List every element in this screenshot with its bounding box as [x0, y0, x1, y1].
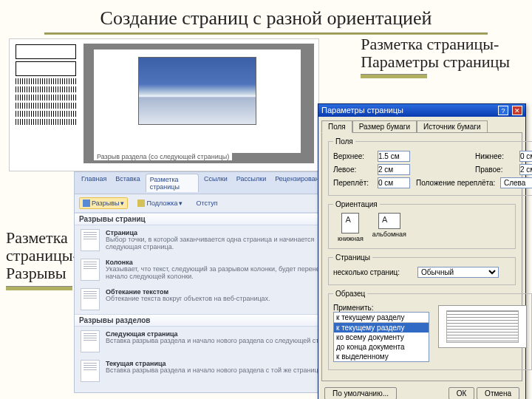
ribbon-tabs: Главная Вставка Разметка страницы Ссылки…	[75, 172, 354, 194]
bottom-margin-label: Нижнее:	[475, 152, 516, 160]
break-textwrap-icon	[81, 288, 100, 310]
dialog-title: Параметры страницы	[321, 106, 403, 115]
break-page[interactable]: СтраницаВыбор точки, в которой заканчива…	[75, 225, 354, 255]
apply-opt-whole[interactable]: ко всему документу	[334, 332, 429, 342]
landscape-icon	[378, 213, 400, 229]
gutter-field[interactable]	[378, 177, 410, 188]
apply-opt-selection[interactable]: к выделенному	[334, 352, 429, 361]
break-next-page[interactable]: Следующая страницаВставка разрыва раздел…	[75, 327, 354, 356]
preview-group: Образец Применить: к текущему разделу к …	[328, 290, 532, 370]
break-next-page-icon	[81, 330, 100, 352]
default-button[interactable]: По умолчанию...	[324, 387, 397, 399]
breaks-header-page: Разрывы страниц	[75, 213, 354, 225]
breaks-header-section: Разрывы разделов	[75, 314, 354, 327]
multi-pages-select[interactable]: Обычный	[417, 267, 499, 278]
breaks-icon	[83, 200, 90, 207]
tab-paper-size[interactable]: Размер бумаги	[352, 120, 417, 133]
breaks-button[interactable]: Разрывы ▾	[79, 197, 128, 209]
tab-insert[interactable]: Вставка	[112, 174, 143, 192]
page-thumbnail	[13, 42, 79, 168]
orientation-group: Ориентация книжная альбомная	[328, 200, 516, 249]
watermark-icon	[137, 200, 145, 207]
tab-page-layout[interactable]: Разметка страницы	[146, 174, 199, 192]
page-preview	[438, 305, 527, 348]
sample-image	[138, 57, 256, 125]
annotation-page-setup: Разметка страницы- Параметры страницы	[361, 35, 510, 78]
tab-references[interactable]: Ссылки	[200, 174, 231, 192]
apply-to-label: Применить:	[333, 304, 373, 312]
orientation-portrait[interactable]: книжная	[338, 213, 364, 242]
dialog-titlebar[interactable]: Параметры страницы ? ✕	[318, 104, 525, 117]
tab-mailings[interactable]: Рассылки	[233, 174, 270, 192]
gutter-label: Переплёт:	[333, 179, 375, 187]
close-icon[interactable]: ✕	[512, 106, 522, 115]
tab-home[interactable]: Главная	[78, 174, 110, 192]
break-continuous[interactable]: Текущая страницаВставка разрыва раздела …	[75, 356, 354, 386]
margins-group: Поля Верхнее: Нижнее: Левое: Правое: Пер…	[328, 137, 532, 196]
orientation-landscape[interactable]: альбомная	[372, 213, 406, 242]
bottom-margin-field[interactable]	[519, 151, 532, 162]
accent-bar	[6, 286, 72, 290]
annotation-breaks: Разметка страницы- Разрывы	[6, 229, 78, 290]
portrait-icon	[341, 213, 359, 233]
break-continuous-icon	[81, 360, 100, 382]
right-margin-field[interactable]	[519, 164, 532, 175]
gutter-pos-select[interactable]: Слева	[500, 177, 532, 188]
tab-paper-source[interactable]: Источник бумаги	[417, 120, 488, 133]
watermark-button[interactable]: Подложка ▾	[134, 197, 186, 209]
ribbon-panel: Главная Вставка Разметка страницы Ссылки…	[74, 171, 355, 393]
page-setup-dialog: Параметры страницы ? ✕ Поля Размер бумаг…	[318, 103, 526, 399]
section-break-marker: Разрыв раздела (со следующей страницы)	[94, 153, 232, 160]
gutter-pos-label: Положение переплёта:	[416, 179, 497, 187]
multi-pages-label: несколько страниц:	[333, 268, 415, 276]
apply-to-combo[interactable]: к текущему разделу к текущему разделу ко…	[333, 312, 429, 362]
apply-opt-current[interactable]: к текущему разделу	[334, 323, 429, 332]
top-margin-field[interactable]	[378, 151, 410, 162]
break-page-icon	[81, 229, 100, 251]
accent-bar	[361, 74, 427, 78]
break-textwrap[interactable]: Обтекание текстомОбтекание текста вокруг…	[75, 284, 354, 314]
left-margin-field[interactable]	[378, 164, 410, 175]
apply-opt-forward[interactable]: до конца документа	[334, 342, 429, 352]
break-column[interactable]: КолонкаУказывает, что текст, следующий з…	[75, 255, 354, 284]
right-margin-label: Правое:	[475, 166, 516, 174]
left-margin-label: Левое:	[333, 166, 375, 174]
tab-margins[interactable]: Поля	[321, 120, 352, 133]
slide-title: Создание страниц с разной ориентацией	[0, 0, 532, 33]
break-column-icon	[81, 259, 100, 281]
help-icon[interactable]: ?	[498, 106, 508, 115]
document-preview: Разрыв раздела (со следующей страницы)	[9, 38, 319, 171]
top-margin-label: Верхнее:	[333, 152, 375, 160]
spacing-button[interactable]: Отступ	[192, 197, 221, 209]
ok-button[interactable]: ОК	[449, 387, 475, 399]
pages-group: Страницы несколько страниц: Обычный	[328, 253, 516, 285]
cancel-button[interactable]: Отмена	[477, 387, 519, 399]
